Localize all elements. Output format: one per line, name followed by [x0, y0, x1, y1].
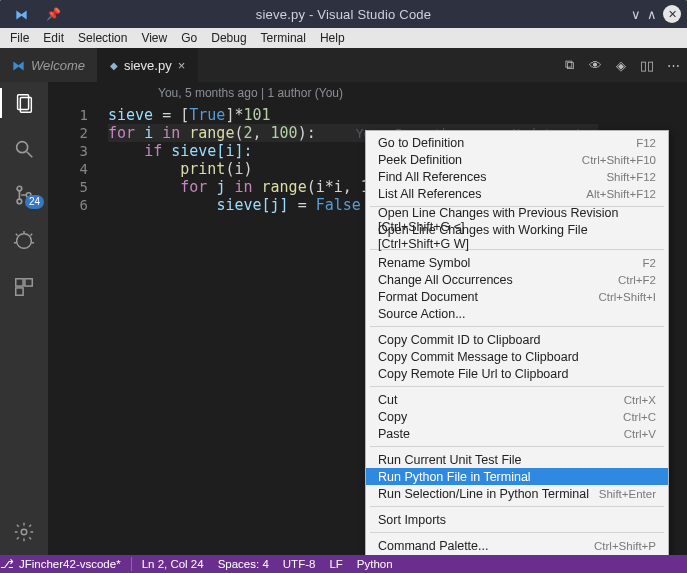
- gutter: 1 2 3 4 5 6: [48, 106, 108, 214]
- maximize-button[interactable]: ∧: [647, 7, 657, 22]
- pin-icon[interactable]: 📌: [40, 1, 66, 27]
- settings-icon[interactable]: [11, 519, 37, 545]
- extensions-icon[interactable]: [11, 274, 37, 300]
- preview-icon[interactable]: 👁: [587, 57, 603, 73]
- menu-item[interactable]: Peek DefinitionCtrl+Shift+F10: [366, 151, 668, 168]
- menu-item-shortcut: Ctrl+Shift+I: [598, 291, 656, 303]
- menu-item-label: Copy: [378, 410, 407, 424]
- menu-item-shortcut: Ctrl+X: [624, 394, 656, 406]
- svg-rect-14: [25, 279, 32, 286]
- menu-item-label: Paste: [378, 427, 410, 441]
- debug-icon[interactable]: [11, 228, 37, 254]
- split-icon[interactable]: ▯▯: [639, 57, 655, 73]
- menu-item[interactable]: Command Palette...Ctrl+Shift+P: [366, 537, 668, 554]
- menu-item[interactable]: Run Python File in Terminal: [366, 468, 668, 485]
- menu-terminal[interactable]: Terminal: [255, 29, 312, 47]
- menu-debug[interactable]: Debug: [205, 29, 252, 47]
- menu-item[interactable]: Run Current Unit Test File: [366, 451, 668, 468]
- menu-item-shortcut: Ctrl+F2: [618, 274, 656, 286]
- close-icon[interactable]: ×: [178, 58, 186, 73]
- menu-item[interactable]: CutCtrl+X: [366, 391, 668, 408]
- svg-line-9: [16, 234, 18, 236]
- menu-item-label: List All References: [378, 187, 482, 201]
- vscode-icon: ⧓: [12, 58, 25, 73]
- explorer-icon[interactable]: [11, 90, 37, 116]
- scm-badge: 24: [25, 195, 44, 209]
- menu-item[interactable]: CopyCtrl+C: [366, 408, 668, 425]
- menu-item-label: Rename Symbol: [378, 256, 470, 270]
- activity-bar: 24: [0, 82, 48, 555]
- menu-item[interactable]: Source Action...: [366, 305, 668, 322]
- menu-item-label: Cut: [378, 393, 397, 407]
- svg-point-2: [17, 142, 28, 153]
- tab-bar: ⧓ Welcome ◆ sieve.py × ⧉ 👁 ◈ ▯▯ ⋯: [0, 48, 687, 82]
- status-eol[interactable]: LF: [329, 558, 342, 570]
- menu-separator: [370, 446, 664, 447]
- svg-point-7: [17, 234, 32, 249]
- status-bar: ⎇ JFincher42-vscode* Ln 2, Col 24 Spaces…: [0, 555, 687, 573]
- status-spaces[interactable]: Spaces: 4: [218, 558, 269, 570]
- tab-label: Welcome: [31, 58, 85, 73]
- menu-edit[interactable]: Edit: [37, 29, 70, 47]
- close-button[interactable]: ✕: [663, 5, 681, 23]
- menu-item-shortcut: F12: [636, 137, 656, 149]
- tab-label: sieve.py: [124, 58, 172, 73]
- menu-item[interactable]: PasteCtrl+V: [366, 425, 668, 442]
- menu-item[interactable]: Change All OccurrencesCtrl+F2: [366, 271, 668, 288]
- menu-item-label: Run Current Unit Test File: [378, 453, 522, 467]
- svg-point-16: [21, 529, 27, 535]
- menu-separator: [370, 532, 664, 533]
- menu-item-shortcut: Ctrl+V: [624, 428, 656, 440]
- status-encoding[interactable]: UTF-8: [283, 558, 316, 570]
- menu-item-shortcut: Ctrl+C: [623, 411, 656, 423]
- menu-item[interactable]: Sort Imports: [366, 511, 668, 528]
- menu-item[interactable]: List All ReferencesAlt+Shift+F12: [366, 185, 668, 202]
- menu-item[interactable]: Copy Remote File Url to Clipboard: [366, 365, 668, 382]
- svg-line-3: [27, 152, 33, 158]
- menu-item[interactable]: Rename SymbolF2: [366, 254, 668, 271]
- menu-item-label: Peek Definition: [378, 153, 462, 167]
- menu-go[interactable]: Go: [175, 29, 203, 47]
- source-control-icon[interactable]: 24: [11, 182, 37, 208]
- svg-rect-13: [16, 279, 23, 286]
- changes-icon[interactable]: ⧉: [561, 57, 577, 73]
- menu-item[interactable]: Go to DefinitionF12: [366, 134, 668, 151]
- branch-icon: ⎇: [0, 557, 14, 571]
- menu-file[interactable]: File: [4, 29, 35, 47]
- menu-item[interactable]: Run Selection/Line in Python TerminalShi…: [366, 485, 668, 502]
- menu-item-label: Change All Occurrences: [378, 273, 513, 287]
- menu-item[interactable]: Copy Commit ID to Clipboard: [366, 331, 668, 348]
- menu-item-label: Find All References: [378, 170, 486, 184]
- menu-item[interactable]: Find All ReferencesShift+F12: [366, 168, 668, 185]
- window: ⧓ 📌 sieve.py - Visual Studio Code ∨ ∧ ✕ …: [0, 0, 687, 573]
- status-language[interactable]: Python: [357, 558, 393, 570]
- tab-welcome[interactable]: ⧓ Welcome: [0, 48, 98, 82]
- search-icon[interactable]: [11, 136, 37, 162]
- menu-item-shortcut: Shift+F12: [606, 171, 656, 183]
- line-number: 6: [48, 196, 108, 214]
- menu-item[interactable]: Copy Commit Message to Clipboard: [366, 348, 668, 365]
- svg-rect-15: [16, 288, 23, 295]
- menu-item-shortcut: Shift+Enter: [599, 488, 656, 500]
- status-branch[interactable]: JFincher42-vscode*: [19, 558, 121, 570]
- menu-item-label: Source Action...: [378, 307, 466, 321]
- menu-item-label: Copy Remote File Url to Clipboard: [378, 367, 568, 381]
- menu-view[interactable]: View: [135, 29, 173, 47]
- menu-help[interactable]: Help: [314, 29, 351, 47]
- context-menu: Go to DefinitionF12Peek DefinitionCtrl+S…: [365, 130, 669, 558]
- menu-item-label: Open Line Changes with Working File [Ctr…: [378, 223, 656, 251]
- minimize-button[interactable]: ∨: [631, 7, 641, 22]
- line-number: 5: [48, 178, 108, 196]
- status-lncol[interactable]: Ln 2, Col 24: [142, 558, 204, 570]
- menu-item-label: Go to Definition: [378, 136, 464, 150]
- code-lens[interactable]: You, 5 months ago | 1 author (You): [158, 86, 343, 100]
- diff-icon[interactable]: ◈: [613, 57, 629, 73]
- menu-item[interactable]: Open Line Changes with Working File [Ctr…: [366, 228, 668, 245]
- title-bar: ⧓ 📌 sieve.py - Visual Studio Code ∨ ∧ ✕: [0, 0, 687, 28]
- tab-sieve[interactable]: ◆ sieve.py ×: [98, 48, 198, 82]
- menu-selection[interactable]: Selection: [72, 29, 133, 47]
- more-icon[interactable]: ⋯: [665, 57, 681, 73]
- svg-line-10: [30, 234, 32, 236]
- menu-item[interactable]: Format DocumentCtrl+Shift+I: [366, 288, 668, 305]
- menu-item-shortcut: F2: [643, 257, 656, 269]
